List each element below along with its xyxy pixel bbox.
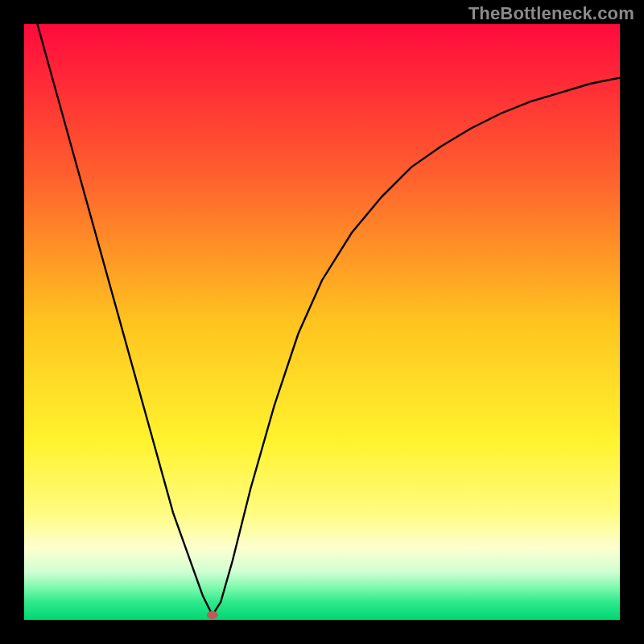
plot-background [24,24,620,620]
chart-frame: { "attribution": "TheBottleneck.com", "c… [0,0,644,644]
attribution-label: TheBottleneck.com [469,3,634,24]
bottleneck-chart [0,0,644,644]
minimum-point-dot [207,611,218,619]
